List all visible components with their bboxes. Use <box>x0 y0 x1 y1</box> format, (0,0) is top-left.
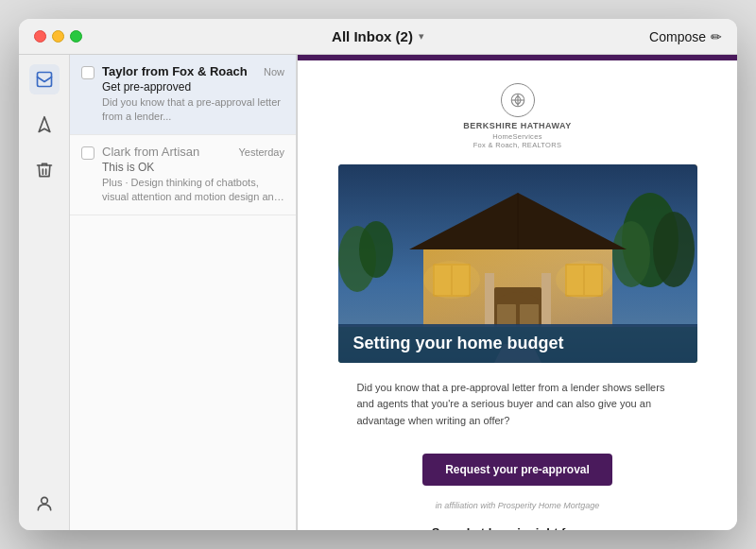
inbox-title: All Inbox (2) <box>332 28 413 44</box>
email-item-2[interactable]: Clark from Artisan Yesterday This is OK … <box>70 135 296 215</box>
svg-point-9 <box>612 221 650 287</box>
brand-circle <box>501 83 535 117</box>
email-subject-1: Get pre-approved <box>102 80 284 94</box>
close-button[interactable] <box>34 30 46 43</box>
section-footer: See what loan is right for you <box>328 525 707 530</box>
sidebar-item-inbox[interactable] <box>29 64 60 94</box>
email-header-1: Taylor from Fox & Roach Now <box>102 64 284 78</box>
email-preview-1: Did you know that a pre-approval letter … <box>102 95 284 125</box>
email-item-1[interactable]: Taylor from Fox & Roach Now Get pre-appr… <box>70 55 296 135</box>
affiliate-text: in affiliation with Prosperity Home Mort… <box>328 501 707 510</box>
brand-logo: BERKSHIRE HATHAWAY HomeServices Fox & Ro… <box>328 83 707 149</box>
chevron-down-icon[interactable]: ▾ <box>419 30 424 43</box>
hero-banner-text: Setting your home budget <box>353 334 564 352</box>
compose-button[interactable]: Compose ✏ <box>649 29 722 44</box>
cta-button[interactable]: Request your pre-approval <box>422 454 612 486</box>
hero-image: Setting your home budget <box>338 164 697 363</box>
email-content-1: Taylor from Fox & Roach Now Get pre-appr… <box>102 64 284 125</box>
minimize-button[interactable] <box>52 30 64 43</box>
svg-point-11 <box>359 221 393 278</box>
compose-label: Compose <box>649 29 706 44</box>
email-time-1: Now <box>264 66 284 77</box>
svg-point-30 <box>423 261 480 299</box>
titlebar-center: All Inbox (2) ▾ <box>332 28 424 44</box>
brand-name: BERKSHIRE HATHAWAY <box>328 121 707 132</box>
compose-icon: ✏ <box>711 29 722 44</box>
email-sender-1: Taylor from Fox & Roach <box>102 64 258 78</box>
sidebar-item-navigate[interactable] <box>29 110 60 140</box>
email-checkbox-2[interactable] <box>81 146 94 160</box>
sidebar-item-trash[interactable] <box>29 155 60 185</box>
detail-content: BERKSHIRE HATHAWAY HomeServices Fox & Ro… <box>298 60 737 530</box>
brand-line3: Fox & Roach, REALTORS <box>328 141 707 149</box>
main-content: Taylor from Fox & Roach Now Get pre-appr… <box>19 55 737 530</box>
app-window: All Inbox (2) ▾ Compose ✏ <box>19 19 737 530</box>
svg-point-2 <box>41 497 47 504</box>
svg-point-8 <box>653 212 695 287</box>
traffic-lights <box>34 30 82 43</box>
email-content-2: Clark from Artisan Yesterday This is OK … <box>102 145 284 205</box>
sidebar <box>19 55 70 530</box>
sidebar-bottom <box>29 489 60 530</box>
email-list: Taylor from Fox & Roach Now Get pre-appr… <box>70 55 297 530</box>
email-subject-2: This is OK <box>102 161 284 174</box>
account-icon[interactable] <box>29 489 60 519</box>
maximize-button[interactable] <box>70 30 82 43</box>
svg-marker-1 <box>39 117 50 132</box>
email-sender-2: Clark from Artisan <box>102 145 232 159</box>
email-header-2: Clark from Artisan Yesterday <box>102 145 284 159</box>
email-preview-2: Plus · Design thinking of chatbots, visu… <box>102 176 284 205</box>
hero-banner: Setting your home budget <box>338 324 697 363</box>
brand-line2: HomeServices <box>328 132 707 141</box>
email-checkbox-1[interactable] <box>81 66 94 79</box>
email-body-text: Did you know that a pre-approval letter … <box>357 380 679 430</box>
email-detail: BERKSHIRE HATHAWAY HomeServices Fox & Ro… <box>297 55 737 530</box>
email-time-2: Yesterday <box>238 146 284 158</box>
titlebar: All Inbox (2) ▾ Compose ✏ <box>19 19 737 55</box>
svg-point-31 <box>556 261 612 299</box>
